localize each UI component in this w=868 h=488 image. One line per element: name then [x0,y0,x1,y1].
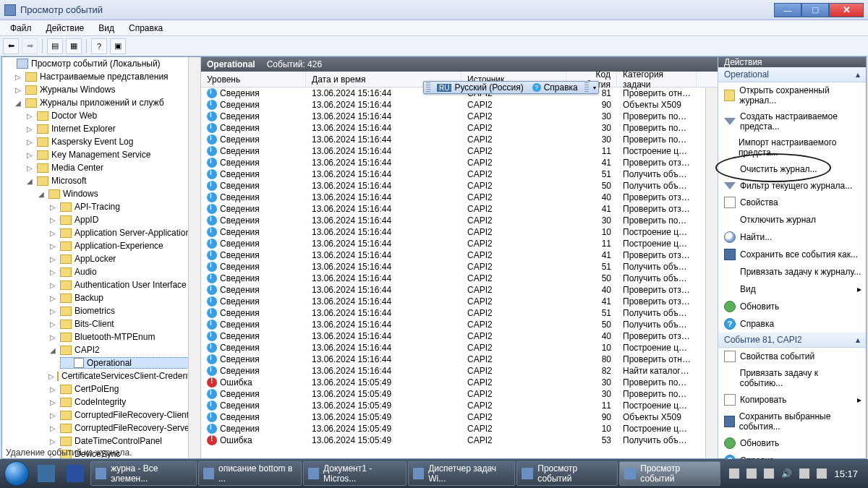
tree-custom-views[interactable]: Настраиваемые представления [40,72,169,82]
event-row[interactable]: Сведения13.06.2024 15:16:44CAPI211Постро… [201,145,718,157]
tree-item[interactable]: Bluetooth-MTPEnum [75,332,155,342]
tree-item[interactable]: API-Tracing [75,202,120,212]
event-row[interactable]: Сведения13.06.2024 15:16:44CAPI251Получи… [201,168,718,180]
event-row[interactable]: Сведения13.06.2024 15:16:44CAPI290Объект… [201,99,718,111]
event-row[interactable]: Сведения13.06.2024 15:16:44CAPI211Постро… [201,238,718,249]
event-row[interactable]: Сведения13.06.2024 15:16:44CAPI241Провер… [201,157,718,168]
tree-item[interactable]: CertPolEng [75,384,119,394]
tree-item[interactable]: CorruptedFileRecovery-Client [75,410,189,420]
start-button[interactable] [3,459,30,488]
tree-item[interactable]: AppLocker [75,254,116,264]
menu-action[interactable]: Действие [39,22,92,35]
minimize-button[interactable]: — [774,3,801,17]
event-row[interactable]: Сведения13.06.2024 15:16:44CAPI240Провер… [201,192,718,203]
forward-button[interactable]: ➡ [22,38,38,54]
tree-item[interactable]: CertificateServicesClient-CredentialRo [61,371,201,381]
action-find[interactable]: Найти... [718,228,866,246]
event-row[interactable]: Сведения13.06.2024 15:16:44CAPI210Постро… [201,226,718,238]
action-create-custom-view[interactable]: Создать настраиваемое предста... [718,108,866,134]
event-row[interactable]: Сведения13.06.2024 15:05:49CAPI210Постро… [201,423,718,435]
event-row[interactable]: Сведения13.06.2024 15:16:44CAPI230Провер… [201,215,718,226]
tree-app-logs[interactable]: Журналы приложений и служб [40,98,164,108]
taskbar-button[interactable]: Просмотр событий [619,461,720,486]
action-copy[interactable]: Копировать▸ [718,391,866,408]
tree-item[interactable]: Application-Experience [75,241,163,251]
event-row[interactable]: Сведения13.06.2024 15:05:49CAPI290Объект… [201,411,718,423]
tree-item[interactable]: Key Management Service [51,150,150,160]
action-refresh[interactable]: Обновить [718,298,866,315]
event-row[interactable]: Сведения13.06.2024 15:16:44CAPI240Провер… [201,330,718,342]
event-row[interactable]: Сведения13.06.2024 15:16:44CAPI250Получи… [201,273,718,284]
tray-icon[interactable] [729,468,739,479]
event-row[interactable]: Сведения13.06.2024 15:16:44CAPI240Провер… [201,284,718,296]
action-clear-log[interactable]: Очистить журнал... [718,160,866,178]
tray-volume-icon[interactable]: 🔊 [781,468,792,479]
col-task[interactable]: Категория задачи [617,72,697,87]
action-import-custom-view[interactable]: Импорт настраиваемого предста... [718,134,866,160]
col-level[interactable]: Уровень [201,72,306,87]
tray-icon[interactable] [817,468,827,479]
event-row[interactable]: Сведения13.06.2024 15:16:44CAPI282Найти … [201,365,718,377]
event-row[interactable]: Сведения13.06.2024 15:16:44CAPI230Провер… [201,111,718,122]
show-tree-button[interactable]: ▤ [47,38,63,54]
grip-icon[interactable] [426,82,430,93]
menu-file[interactable]: Файл [3,22,39,35]
tree-item[interactable]: Biometrics [75,306,115,316]
tree-windows-logs[interactable]: Журналы Windows [40,85,115,95]
dropdown-icon[interactable]: ▾ [591,85,598,91]
action-refresh-event[interactable]: Обновить [718,435,866,452]
tree-item[interactable]: AppID [75,215,98,225]
tree-capi2[interactable]: CAPI2 [75,345,100,355]
action-filter-current-log[interactable]: Фильтр текущего журнала... [718,178,866,194]
action-event-properties[interactable]: Свойства событий [718,348,866,365]
tray-icon[interactable] [799,468,809,479]
tree-item[interactable]: Bits-Client [75,319,114,329]
event-row[interactable]: Сведения13.06.2024 15:16:44CAPI210Постро… [201,342,718,354]
tray-icon[interactable] [764,468,774,479]
tree-operational[interactable]: Operational [87,358,132,368]
event-row[interactable]: Сведения13.06.2024 15:05:49CAPI211Постро… [201,400,718,411]
event-row[interactable]: Ошибка13.06.2024 15:05:49CAPI230Проверит… [201,377,718,388]
menu-help[interactable]: Справка [122,22,170,35]
system-tray[interactable]: 🔊 15:17 [722,468,865,479]
tree-scrollbar[interactable] [188,57,200,458]
refresh-button[interactable]: ▣ [110,38,126,54]
tree-item[interactable]: Backup [75,293,103,303]
tree-root[interactable]: Просмотр событий (Локальный) [31,59,161,69]
lang-help[interactable]: Справка [544,82,578,93]
event-row[interactable]: Сведения13.06.2024 15:16:44CAPI230Провер… [201,134,718,145]
action-help[interactable]: ?Справка [718,315,866,333]
pinned-app[interactable] [61,461,89,486]
action-attach-task[interactable]: Привязать задачу к журналу... [718,263,866,281]
language-bar[interactable]: RUРусский (Россия) ?Справка ▾ [423,81,599,94]
list-scrollbar[interactable] [705,87,718,458]
action-view-submenu[interactable]: Вид▸ [718,281,866,298]
action-attach-task-event[interactable]: Привязать задачу к событию... [718,365,866,391]
taskbar-button[interactable]: Просмотр событий [516,461,618,486]
event-row[interactable]: Сведения13.06.2024 15:16:44CAPI280Провер… [201,354,718,365]
tree-windows[interactable]: Windows [63,189,98,199]
event-row[interactable]: Сведения13.06.2024 15:05:49CAPI230Провер… [201,388,718,400]
event-row[interactable]: Сведения13.06.2024 15:16:44CAPI250Получи… [201,319,718,330]
event-row[interactable]: Сведения13.06.2024 15:16:44CAPI241Провер… [201,296,718,307]
event-row[interactable]: Сведения13.06.2024 15:16:44CAPI230Провер… [201,122,718,134]
tree-item[interactable]: DateTimeControlPanel [75,436,162,446]
lang-code[interactable]: RU [437,84,451,92]
action-open-saved-log[interactable]: Открыть сохраненный журнал... [718,82,866,108]
event-row[interactable]: Сведения13.06.2024 15:16:44CAPI251Получи… [201,307,718,319]
show-actions-button[interactable]: ▦ [66,38,82,54]
clock[interactable]: 15:17 [834,468,858,479]
tree-item[interactable]: CodeIntegrity [75,397,126,407]
taskbar-button[interactable]: описание bottom в ... [198,461,302,486]
taskbar-button[interactable]: журна - Все элемен... [90,461,197,486]
event-row[interactable]: Сведения13.06.2024 15:16:44CAPI241Провер… [201,249,718,261]
tree-item[interactable]: CorruptedFileRecovery-Server [75,423,192,433]
action-properties[interactable]: Свойства [718,194,866,211]
tree-microsoft[interactable]: Microsoft [51,176,87,186]
close-button[interactable]: ✕ [829,3,864,17]
event-row[interactable]: Сведения13.06.2024 15:16:44CAPI250Получи… [201,180,718,192]
event-row[interactable]: Ошибка13.06.2024 15:05:49CAPI253Получить… [201,435,718,446]
tree-item[interactable]: Doctor Web [51,111,97,121]
pinned-app[interactable] [32,461,59,486]
action-disable-log[interactable]: Отключить журнал [718,211,866,228]
